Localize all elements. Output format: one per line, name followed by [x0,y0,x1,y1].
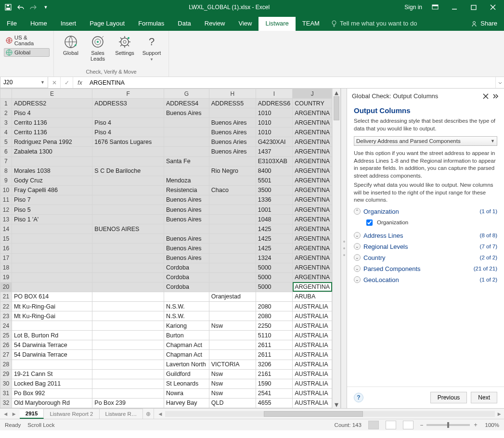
cell[interactable]: ARGENTINA [293,205,332,215]
cell[interactable] [92,340,164,350]
expand-icon[interactable]: ⌄ [354,254,361,261]
cell[interactable]: Buenos Aires [164,215,209,224]
row-header[interactable]: 31 [0,388,12,398]
us-canada-button[interactable]: US & Canada [4,34,50,47]
cell[interactable]: ADDRESS3 [92,99,164,108]
category-regional-levels[interactable]: ⌄Regional Levels(7 of 7) [354,241,497,252]
cell[interactable]: ADDRESS2 [12,99,92,108]
cell[interactable]: 3500 [256,185,292,195]
cell[interactable]: ARGENTINA [293,108,332,118]
minimize-icon[interactable] [448,1,461,13]
cell[interactable]: ARGENTINA [293,282,332,292]
cell[interactable] [209,272,256,282]
cell[interactable]: 5000 [256,263,292,272]
scroll-left-icon[interactable]: ◄ [157,411,163,417]
cell[interactable] [164,147,209,156]
cell[interactable]: AUSTRALIA [293,301,332,311]
cell[interactable]: Buenos Aires [164,195,209,205]
cell[interactable]: 1010 [256,118,292,128]
chevron-down-icon[interactable]: ▼ [40,80,45,85]
cell[interactable] [92,263,164,272]
row-header[interactable]: 10 [0,185,12,195]
cell[interactable]: ARGENTINA [293,137,332,147]
cell[interactable]: Piso 4 [92,128,164,137]
cell[interactable]: Cerrito 1136 [12,128,92,137]
vertical-scrollbar[interactable]: ▴ ▾ [332,89,340,408]
tab-view[interactable]: View [232,17,258,31]
settings-button[interactable]: Settings [112,33,138,64]
row-header[interactable]: 20 [0,282,12,292]
cell[interactable] [164,224,209,234]
cell[interactable]: Guildford [164,369,209,379]
cell[interactable] [164,166,209,176]
cell[interactable]: Kariong [164,321,209,331]
cell[interactable]: BUENOS AIRES [92,224,164,234]
scroll-down-icon[interactable]: ▾ [333,400,340,408]
cell[interactable] [209,215,256,224]
row-header[interactable]: 29 [0,369,12,379]
cell[interactable]: 1590 [256,379,292,388]
row-header[interactable]: 17 [0,253,12,263]
cell[interactable]: ADDRESS6 [256,99,292,108]
cell[interactable]: 5110 [256,331,292,340]
cell[interactable] [209,253,256,263]
cell[interactable]: Harvey Bay [164,398,209,408]
zoom-in-icon[interactable]: ＋ [473,421,478,428]
cell[interactable]: 1010 [256,108,292,118]
category-address-lines[interactable]: ⌄Address Lines(8 of 8) [354,230,497,241]
cell[interactable]: Zabaleta 1300 [12,147,92,156]
enter-formula-icon[interactable]: ✓ [61,77,73,88]
cell[interactable] [209,205,256,215]
row-header[interactable]: 18 [0,263,12,272]
cell[interactable]: Buenos Aires [164,234,209,244]
row-header[interactable]: 30 [0,379,12,388]
cell[interactable]: AUSTRALIA [293,388,332,398]
cell[interactable]: PO BOX 614 [12,292,92,301]
expand-icon[interactable]: ⌄ [354,243,361,250]
row-header[interactable]: 3 [0,118,12,128]
cell[interactable]: Piso 5 [12,205,92,215]
cell[interactable]: Cordoba [164,272,209,282]
name-box[interactable]: J20 ▼ [0,77,48,88]
cell[interactable]: 4655 [256,398,292,408]
cell[interactable]: AUSTRALIA [293,379,332,388]
cell[interactable]: Rio Negro [209,166,256,176]
row-header[interactable]: 15 [0,234,12,244]
cell[interactable]: Cerrito 1136 [12,118,92,128]
cell[interactable] [164,137,209,147]
cell[interactable]: Nsw [209,379,256,388]
cell[interactable]: 5000 [256,282,292,292]
cell[interactable]: AUSTRALIA [293,311,332,321]
cell[interactable] [164,292,209,301]
cell[interactable] [92,215,164,224]
checkbox-organization[interactable]: Organization [354,217,497,230]
cell[interactable]: AUSTRALIA [293,369,332,379]
panel-close-icon[interactable] [483,93,489,99]
cell[interactable]: Oranjestad [209,292,256,301]
ribbon-display-icon[interactable] [429,1,441,13]
cell[interactable]: Buenos Aires [209,118,256,128]
view-page-layout-icon[interactable] [386,421,396,429]
col-header-H[interactable]: H [209,89,256,99]
row-header[interactable]: 23 [0,311,12,321]
cell[interactable]: Lot B, Burton Rd [12,331,92,340]
row-header[interactable]: 24 [0,321,12,331]
cell[interactable]: ADDRESS5 [209,99,256,108]
cell[interactable]: 3206 [256,360,292,369]
cell[interactable]: 1425 [256,234,292,244]
cell[interactable] [92,388,164,398]
cell[interactable] [209,234,256,244]
col-header-J[interactable]: J [293,89,332,99]
formula-input[interactable] [87,77,495,88]
sign-in-link[interactable]: Sign in [404,4,422,11]
cell[interactable]: Buenos Aires [164,108,209,118]
view-page-break-icon[interactable] [403,421,414,429]
cell[interactable] [12,156,92,166]
cell[interactable]: 2080 [256,311,292,321]
cell[interactable]: Chaco [209,185,256,195]
row-header[interactable]: 22 [0,301,12,311]
tab-review[interactable]: Review [198,17,232,31]
cell[interactable]: ARGENTINA [293,166,332,176]
cell[interactable] [92,282,164,292]
cell[interactable]: Resistencia [164,185,209,195]
